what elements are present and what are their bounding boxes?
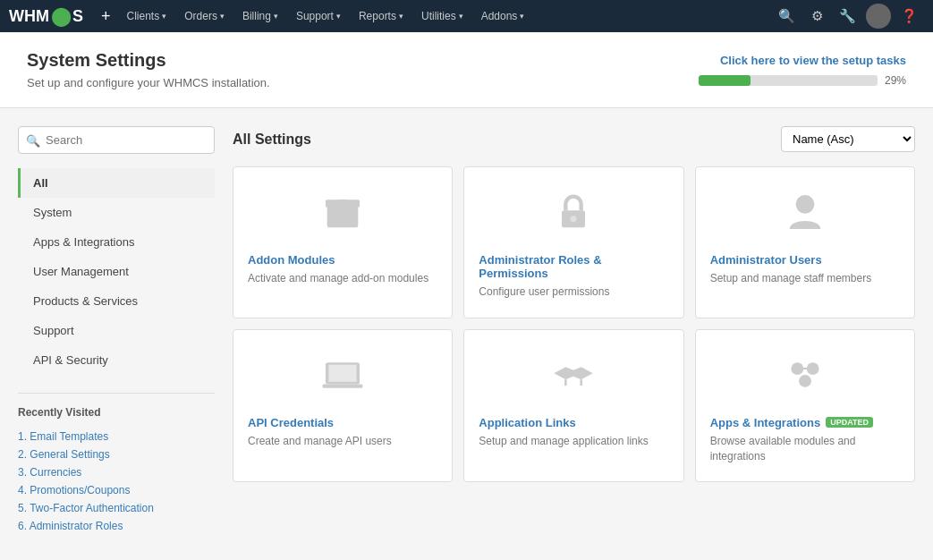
handshake-icon — [550, 352, 597, 398]
card-admin-users[interactable]: Administrator Users Setup and manage sta… — [695, 166, 915, 318]
card-desc: Configure user permissions — [479, 284, 609, 300]
banner-right: Click here to view the setup tasks 29% — [699, 54, 906, 87]
banner-left: System Settings Set up and configure you… — [27, 50, 270, 89]
top-navigation: WHM⬤S + Clients ▾ Orders ▾ Billing ▾ Sup… — [0, 0, 933, 32]
search-input[interactable] — [18, 126, 215, 154]
card-api-credentials[interactable]: API Credentials Create and manage API us… — [233, 329, 453, 483]
nav-orders[interactable]: Orders ▾ — [177, 0, 232, 32]
recent-item-6[interactable]: 6. Administrator Roles — [18, 517, 215, 535]
svg-point-10 — [807, 362, 819, 375]
progress-bar-background — [699, 75, 878, 86]
recently-visited-list: 1. Email Templates 2. General Settings 3… — [18, 428, 215, 535]
card-icon-area — [710, 185, 900, 239]
logo: WHM⬤S — [9, 5, 83, 27]
svg-point-4 — [571, 216, 577, 222]
sidebar-item-apps-integrations[interactable]: Apps & Integrations — [18, 227, 215, 257]
card-desc: Create and manage API users — [248, 434, 392, 449]
chevron-down-icon: ▾ — [162, 12, 166, 21]
avatar-button[interactable] — [866, 4, 891, 29]
content-heading: All Settings — [233, 132, 311, 148]
svg-rect-2 — [338, 199, 347, 208]
chevron-down-icon: ▾ — [520, 12, 524, 21]
apps-icon — [782, 352, 828, 398]
card-desc: Browse available modules and integration… — [710, 434, 900, 464]
svg-point-11 — [799, 375, 811, 387]
svg-point-5 — [795, 195, 814, 214]
chevron-down-icon: ▾ — [220, 12, 225, 21]
recently-visited-title: Recently Visited — [18, 406, 215, 419]
card-title: Apps & Integrations — [710, 416, 821, 429]
sidebar-item-system[interactable]: System — [18, 198, 215, 227]
card-title: Application Links — [479, 416, 575, 429]
progress-bar-wrap: 29% — [699, 74, 906, 87]
chevron-down-icon: ▾ — [336, 12, 341, 21]
sort-select[interactable]: Name (Asc) Name (Desc) — [781, 126, 915, 152]
card-grid: Addon Modules Activate and manage add-on… — [233, 166, 915, 482]
card-desc: Setup and manage staff members — [710, 271, 872, 286]
sidebar-item-support[interactable]: Support — [18, 316, 215, 345]
wrench-icon-button[interactable]: 🔧 — [833, 0, 862, 32]
search-icon-button[interactable]: 🔍 — [772, 0, 802, 32]
sidebar-item-api-security[interactable]: API & Security — [18, 345, 215, 375]
recent-item-4[interactable]: 4. Promotions/Coupons — [18, 481, 215, 499]
svg-point-9 — [791, 362, 803, 375]
svg-rect-8 — [323, 384, 363, 387]
box-icon — [319, 189, 366, 235]
page-subtitle: Set up and configure your WHMCS installa… — [27, 76, 270, 89]
laptop-icon — [319, 352, 366, 398]
card-title: Administrator Users — [710, 253, 822, 267]
nav-clients[interactable]: Clients ▾ — [120, 0, 174, 32]
nav-addons[interactable]: Addons ▾ — [474, 0, 532, 32]
page-banner: System Settings Set up and configure you… — [0, 32, 933, 108]
chevron-down-icon: ▾ — [459, 12, 463, 21]
sidebar-item-products-services[interactable]: Products & Services — [18, 286, 215, 316]
card-title: Addon Modules — [248, 253, 335, 267]
recent-item-3[interactable]: 3. Currencies — [18, 463, 215, 481]
nav-billing[interactable]: Billing ▾ — [235, 0, 285, 32]
card-admin-roles[interactable]: Administrator Roles & Permissions Config… — [463, 166, 683, 318]
card-apps-integrations[interactable]: Apps & Integrations UPDATED Browse avail… — [695, 329, 915, 483]
gear-icon-button[interactable]: ⚙ — [805, 0, 829, 32]
sidebar-item-all[interactable]: All — [18, 168, 215, 198]
lock-icon — [550, 189, 597, 235]
recent-item-5[interactable]: 5. Two-Factor Authentication — [18, 499, 215, 517]
main-container: 🔍 All System Apps & Integrations User Ma… — [0, 108, 933, 553]
chevron-down-icon: ▾ — [399, 12, 403, 21]
card-icon-area — [710, 348, 900, 402]
updated-badge: UPDATED — [826, 417, 873, 428]
page-title: System Settings — [27, 50, 270, 71]
card-title: API Credentials — [248, 416, 334, 429]
card-application-links[interactable]: Application Links Setup and manage appli… — [463, 329, 683, 483]
recent-item-1[interactable]: 1. Email Templates — [18, 428, 215, 445]
svg-rect-0 — [327, 204, 359, 227]
card-icon-area — [479, 348, 668, 402]
sidebar-nav: All System Apps & Integrations User Mana… — [18, 168, 215, 375]
recently-visited-section: Recently Visited 1. Email Templates 2. G… — [18, 393, 215, 535]
card-icon-area — [248, 185, 437, 239]
card-icon-area — [479, 185, 668, 239]
progress-bar-fill — [699, 75, 751, 86]
sidebar: 🔍 All System Apps & Integrations User Ma… — [18, 126, 215, 535]
card-desc: Setup and manage application links — [479, 434, 648, 449]
card-title: Administrator Roles & Permissions — [479, 253, 668, 280]
setup-tasks-link[interactable]: Click here to view the setup tasks — [699, 54, 906, 67]
nav-support[interactable]: Support ▾ — [289, 0, 348, 32]
search-wrap: 🔍 — [18, 126, 215, 154]
card-desc: Activate and manage add-on modules — [248, 271, 428, 286]
card-icon-area — [248, 348, 437, 402]
svg-rect-7 — [329, 365, 357, 382]
add-button[interactable]: + — [96, 7, 116, 26]
sidebar-item-user-management[interactable]: User Management — [18, 257, 215, 286]
search-icon: 🔍 — [26, 133, 40, 147]
recent-item-2[interactable]: 2. General Settings — [18, 445, 215, 463]
chevron-down-icon: ▾ — [274, 12, 278, 21]
nav-reports[interactable]: Reports ▾ — [352, 0, 411, 32]
card-addon-modules[interactable]: Addon Modules Activate and manage add-on… — [233, 166, 453, 318]
person-icon — [782, 189, 828, 235]
content-header: All Settings Name (Asc) Name (Desc) — [233, 126, 915, 152]
nav-utilities[interactable]: Utilities ▾ — [414, 0, 471, 32]
content-panel: All Settings Name (Asc) Name (Desc) Addo… — [233, 126, 915, 535]
card-title-with-badge: Apps & Integrations UPDATED — [710, 416, 873, 429]
help-icon-button[interactable]: ❓ — [895, 0, 924, 32]
progress-percentage: 29% — [885, 74, 906, 87]
